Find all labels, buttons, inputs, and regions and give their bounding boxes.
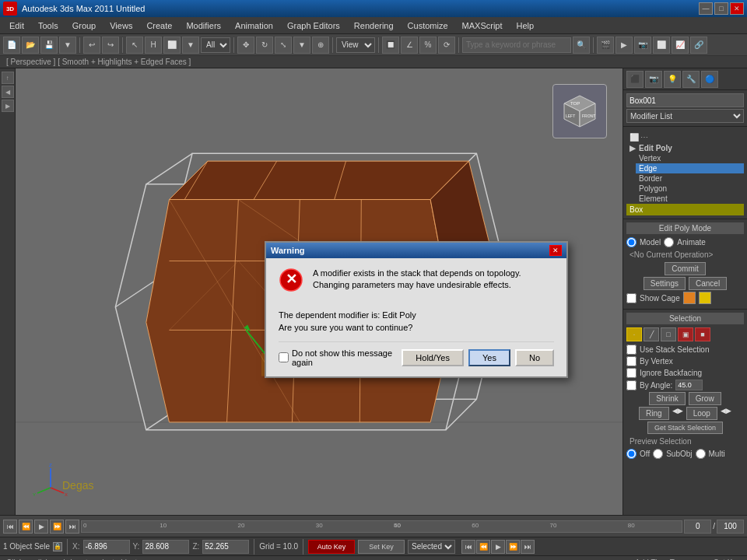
- use-stack-checkbox[interactable]: [626, 345, 637, 355]
- rp-tb-btn-2[interactable]: 📷: [645, 71, 662, 88]
- new-button[interactable]: 📄: [3, 37, 20, 54]
- cage-color-swatch-2[interactable]: [699, 292, 711, 304]
- cage-color-swatch-1[interactable]: [683, 292, 696, 304]
- refcoord-button[interactable]: ⊕: [312, 37, 329, 54]
- modifier-edit-poly[interactable]: ▶ Edit Poly: [626, 143, 744, 153]
- sel-polygon-icon[interactable]: ▣: [678, 327, 693, 341]
- menu-tools[interactable]: Tools: [32, 19, 65, 32]
- by-angle-checkbox[interactable]: [626, 380, 637, 390]
- save-button[interactable]: 💾: [40, 37, 58, 54]
- get-stack-button[interactable]: Get Stack Selection: [647, 422, 723, 434]
- redo-button[interactable]: ↪: [102, 37, 119, 54]
- cancel-button[interactable]: Cancel: [689, 277, 727, 290]
- filter-select[interactable]: All: [201, 37, 230, 53]
- rp-tb-btn-3[interactable]: 💡: [664, 71, 681, 88]
- percent-snap[interactable]: %: [419, 37, 437, 54]
- current-frame-input[interactable]: [684, 520, 711, 534]
- warning-close-button[interactable]: ✕: [549, 245, 562, 256]
- angle-snap[interactable]: ∠: [401, 37, 418, 54]
- view-select[interactable]: View: [336, 37, 375, 53]
- select-region-drop[interactable]: ▼: [182, 37, 199, 54]
- lock-icon[interactable]: 🔒: [53, 542, 62, 551]
- minimize-button[interactable]: —: [699, 2, 713, 15]
- menu-views[interactable]: Views: [103, 19, 139, 32]
- spinner-snap[interactable]: ⟳: [438, 37, 455, 54]
- sel-border-icon[interactable]: □: [661, 327, 676, 341]
- preview-off-radio[interactable]: [626, 449, 637, 459]
- play-button[interactable]: ▶: [34, 520, 48, 534]
- settings-button[interactable]: Settings: [644, 277, 686, 290]
- z-input[interactable]: [202, 540, 249, 554]
- loop-button[interactable]: Loop: [686, 407, 717, 420]
- rp-tb-btn-1[interactable]: ⬛: [626, 71, 644, 88]
- shrink-button[interactable]: Shrink: [649, 392, 685, 405]
- material-editor[interactable]: ⬜: [653, 37, 670, 54]
- yes-button[interactable]: Yes: [468, 349, 510, 366]
- modifier-element[interactable]: Element: [636, 194, 744, 204]
- go-to-start-button[interactable]: ⏮: [3, 520, 17, 534]
- modifier-list-select[interactable]: Modifier List: [626, 109, 744, 123]
- menu-rendering[interactable]: Rendering: [348, 19, 400, 32]
- model-radio[interactable]: [626, 237, 637, 247]
- modifier-border[interactable]: Border: [636, 173, 744, 184]
- render-setup[interactable]: 🎬: [597, 37, 614, 54]
- menu-graph-editors[interactable]: Graph Editors: [281, 19, 346, 32]
- commit-button[interactable]: Commit: [665, 262, 705, 275]
- select-region-button[interactable]: ⬜: [163, 37, 181, 54]
- search-icon[interactable]: 🔍: [573, 37, 590, 54]
- menu-create[interactable]: Create: [140, 19, 178, 32]
- rotate-button[interactable]: ↻: [256, 37, 273, 54]
- menu-customize[interactable]: Customize: [402, 19, 454, 32]
- select-button[interactable]: ↖: [126, 37, 143, 54]
- sel-vertex-icon[interactable]: ·: [626, 327, 642, 341]
- hold-yes-button[interactable]: Hold/Yes: [402, 349, 464, 366]
- close-button[interactable]: ✕: [730, 2, 744, 15]
- curve-editor[interactable]: 📈: [672, 37, 689, 54]
- scale-drop[interactable]: ▼: [293, 37, 310, 54]
- mini-fwd[interactable]: ⏩: [506, 540, 520, 554]
- by-vertex-checkbox[interactable]: [626, 356, 637, 366]
- timeline-bar[interactable]: 0 10 20 30 40 50 60 70 80: [81, 520, 682, 533]
- maximize-button[interactable]: □: [714, 2, 728, 15]
- modifier-polygon[interactable]: Polygon: [636, 184, 744, 194]
- left-tool-3[interactable]: ▶: [2, 100, 14, 112]
- mini-end[interactable]: ⏭: [521, 540, 535, 554]
- render-button[interactable]: ▶: [615, 37, 633, 54]
- grow-button[interactable]: Grow: [689, 392, 721, 405]
- by-angle-input[interactable]: [675, 380, 703, 390]
- auto-key-button[interactable]: Auto Key: [308, 540, 355, 554]
- undo-button[interactable]: ↩: [83, 37, 100, 54]
- modifier-edge[interactable]: Edge: [636, 163, 744, 173]
- menu-help[interactable]: Help: [510, 19, 541, 32]
- no-button[interactable]: No: [515, 349, 554, 366]
- set-key-button[interactable]: Set Key: [358, 540, 405, 554]
- show-cage-checkbox[interactable]: [626, 293, 637, 303]
- no-show-checkbox[interactable]: [279, 352, 289, 362]
- ignore-backfacing-checkbox[interactable]: [626, 368, 637, 378]
- scale-button[interactable]: ⤡: [275, 37, 292, 54]
- mini-play[interactable]: ▶: [491, 540, 505, 554]
- menu-animation[interactable]: Animation: [229, 19, 279, 32]
- ring-button[interactable]: Ring: [639, 407, 669, 420]
- preview-multi-radio[interactable]: [696, 449, 706, 459]
- go-to-end-button[interactable]: ⏭: [65, 520, 79, 534]
- left-tool-1[interactable]: ↑: [2, 72, 14, 84]
- preview-subobj-radio[interactable]: [653, 449, 663, 459]
- menu-edit[interactable]: Edit: [3, 19, 30, 32]
- y-input[interactable]: [142, 540, 189, 554]
- animate-radio[interactable]: [664, 237, 674, 247]
- total-frame-input[interactable]: [717, 520, 744, 534]
- select-name-button[interactable]: H: [145, 37, 162, 54]
- menu-group[interactable]: Group: [66, 19, 103, 32]
- open-button[interactable]: 📂: [22, 37, 39, 54]
- loop-arrow[interactable]: ◀▶: [721, 407, 731, 420]
- rp-tb-btn-5[interactable]: 🔵: [701, 71, 718, 88]
- left-tool-2[interactable]: ◀: [2, 86, 14, 98]
- modifier-box[interactable]: Box: [626, 204, 744, 215]
- menu-modifiers[interactable]: Modifiers: [180, 19, 227, 32]
- mini-back[interactable]: ⏪: [476, 540, 490, 554]
- snap-toggle[interactable]: 🔲: [382, 37, 399, 54]
- render-type[interactable]: 📷: [634, 37, 651, 54]
- schematic-view[interactable]: 🔗: [690, 37, 707, 54]
- sel-element-icon[interactable]: ■: [695, 327, 710, 341]
